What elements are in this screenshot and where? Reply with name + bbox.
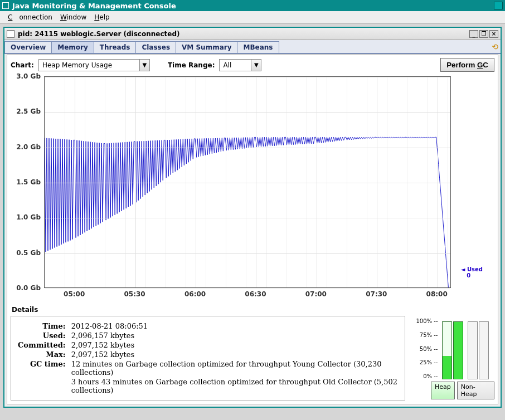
- restore-icon[interactable]: ❐: [479, 30, 488, 38]
- tab-mbeans[interactable]: MBeans: [237, 41, 279, 53]
- tab-classes[interactable]: Classes: [135, 41, 176, 53]
- tabbar: Overview Memory Threads Classes VM Summa…: [4, 40, 501, 54]
- menu-connection[interactable]: Connection: [4, 12, 56, 22]
- heap-bars[interactable]: [441, 318, 464, 379]
- chevron-down-icon: ▼: [139, 60, 149, 71]
- details-box: Time:2012-08-21 08:06:51 Used:2,096,157 …: [11, 316, 405, 401]
- chart-selector[interactable]: Heap Memory Usage ▼: [38, 59, 150, 71]
- detail-gc1: 12 minutes on Garbage collection optimiz…: [71, 360, 398, 377]
- window-title: Java Monitoring & Management Console: [12, 2, 176, 10]
- menubar: Connection Window Help: [0, 11, 505, 23]
- detail-time: 2012-08-21 08:06:51: [71, 322, 398, 330]
- plot-area[interactable]: ◄ Used 0: [44, 76, 451, 288]
- nonheap-button[interactable]: Non-Heap: [457, 382, 494, 399]
- timerange-value: All: [220, 61, 251, 69]
- details-heading: Details: [12, 306, 494, 314]
- app-icon: [2, 2, 9, 9]
- memory-chart: 0.0 Gb0.5 Gb1.0 Gb1.5 Gb2.0 Gb2.5 Gb3.0 …: [11, 76, 494, 288]
- memory-bars: 100% --75% --50% --25% --0% -- Heap Non-…: [412, 316, 494, 401]
- maximize-icon[interactable]: [494, 2, 503, 9]
- detail-used: 2,096,157 kbytes: [71, 331, 398, 340]
- timerange-selector[interactable]: All ▼: [219, 59, 261, 71]
- heap-button[interactable]: Heap: [431, 382, 455, 399]
- close-icon[interactable]: ×: [489, 30, 498, 38]
- tab-overview[interactable]: Overview: [4, 41, 52, 53]
- perform-gc-button[interactable]: Perform GC: [440, 58, 494, 72]
- detail-committed: 2,097,152 kbytes: [71, 341, 398, 349]
- series-legend: ◄ Used 0: [461, 266, 483, 279]
- timerange-label: Time Range:: [168, 61, 215, 69]
- tab-vmsummary[interactable]: VM Summary: [176, 41, 237, 53]
- menu-window[interactable]: Window: [57, 12, 90, 22]
- reconnect-icon[interactable]: ⟲: [489, 41, 501, 53]
- window-titlebar: Java Monitoring & Management Console: [0, 0, 505, 11]
- chevron-down-icon: ▼: [251, 60, 261, 71]
- chart-label: Chart:: [11, 61, 34, 69]
- detail-max: 2,097,152 kbytes: [71, 350, 398, 359]
- memory-panel: Chart: Heap Memory Usage ▼ Time Range: A…: [7, 54, 498, 404]
- minimize-icon[interactable]: _: [469, 30, 478, 38]
- menu-help[interactable]: Help: [91, 12, 113, 22]
- y-axis: 0.0 Gb0.5 Gb1.0 Gb1.5 Gb2.0 Gb2.5 Gb3.0 …: [11, 76, 44, 288]
- internal-frame-titlebar: pid: 24115 weblogic.Server (disconnected…: [4, 28, 501, 40]
- tab-threads[interactable]: Threads: [94, 41, 137, 53]
- frame-icon: [7, 30, 14, 38]
- chart-selector-value: Heap Memory Usage: [39, 61, 139, 69]
- tab-memory[interactable]: Memory: [51, 41, 94, 53]
- detail-gc2: 3 hours 43 minutes on Garbage collection…: [71, 378, 398, 394]
- frame-title: pid: 24115 weblogic.Server (disconnected…: [18, 30, 179, 38]
- internal-frame: pid: 24115 weblogic.Server (disconnected…: [3, 27, 502, 408]
- x-axis: 05:0005:3006:0006:3007:0007:3008:00: [44, 288, 451, 300]
- nonheap-bars[interactable]: [467, 318, 490, 379]
